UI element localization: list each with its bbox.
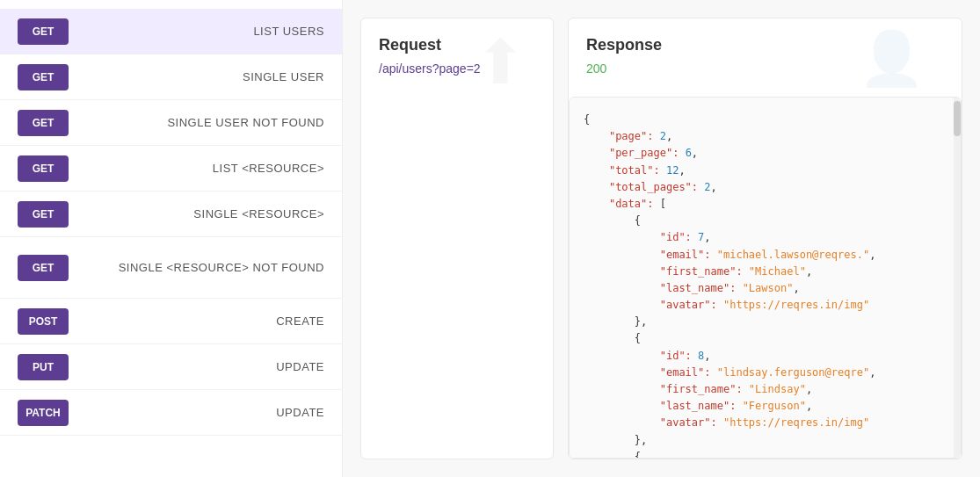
sidebar-label-single-resource-not-found: SINGLE <RESOURCE> NOT FOUND bbox=[83, 261, 324, 274]
method-badge-single-resource-not-found: GET bbox=[18, 255, 69, 281]
sidebar-label-create: CREATE bbox=[83, 314, 324, 328]
method-badge-single-resource: GET bbox=[18, 201, 69, 228]
method-badge-list-resource: GET bbox=[18, 155, 69, 182]
method-badge-create: POST bbox=[18, 308, 69, 335]
sidebar-item-list-resource[interactable]: GETLIST <RESOURCE> bbox=[0, 146, 342, 192]
sidebar-label-list-users: LIST USERS bbox=[83, 25, 324, 38]
method-badge-list-users: GET bbox=[18, 18, 69, 45]
sidebar-label-list-resource: LIST <RESOURCE> bbox=[83, 162, 324, 175]
sidebar-label-single-user-not-found: SINGLE USER NOT FOUND bbox=[83, 116, 324, 129]
sidebar-item-single-resource[interactable]: GETSINGLE <RESOURCE> bbox=[0, 192, 342, 237]
sidebar-label-update-put: UPDATE bbox=[83, 360, 324, 373]
response-icon-bg: 👤 bbox=[856, 23, 926, 93]
sidebar-label-single-resource: SINGLE <RESOURCE> bbox=[83, 207, 324, 220]
request-panel: ⬆ Request /api/users?page=2 bbox=[360, 18, 554, 459]
sidebar-item-update-patch[interactable]: PATCHUPDATE bbox=[0, 390, 342, 436]
sidebar-item-single-resource-not-found[interactable]: GETSINGLE <RESOURCE> NOT FOUND bbox=[0, 237, 342, 299]
sidebar-item-create[interactable]: POSTCREATE bbox=[0, 299, 342, 344]
method-badge-update-patch: PATCH bbox=[18, 400, 69, 426]
sidebar-label-update-patch: UPDATE bbox=[83, 406, 324, 419]
json-container: { "page": 2, "per_page": 6, "total": 12,… bbox=[569, 97, 962, 459]
method-badge-update-put: PUT bbox=[18, 354, 69, 380]
method-badge-single-user: GET bbox=[18, 64, 69, 90]
json-scroll[interactable]: { "page": 2, "per_page": 6, "total": 12,… bbox=[570, 98, 961, 458]
request-icon-bg: ⬆ bbox=[465, 27, 535, 98]
sidebar-item-single-user-not-found[interactable]: GETSINGLE USER NOT FOUND bbox=[0, 100, 342, 146]
main-content: ⬆ Request /api/users?page=2 👤 Response 2… bbox=[343, 0, 980, 477]
sidebar-label-single-user: SINGLE USER bbox=[83, 70, 324, 83]
sidebar-item-list-users[interactable]: GETLIST USERS bbox=[0, 9, 342, 54]
scrollbar-track[interactable] bbox=[954, 98, 961, 458]
method-badge-single-user-not-found: GET bbox=[18, 110, 69, 136]
scrollbar-thumb[interactable] bbox=[954, 101, 961, 136]
sidebar-item-single-user[interactable]: GETSINGLE USER bbox=[0, 54, 342, 100]
sidebar: GETLIST USERSGETSINGLE USERGETSINGLE USE… bbox=[0, 0, 343, 477]
sidebar-item-update-put[interactable]: PUTUPDATE bbox=[0, 344, 342, 390]
response-panel: 👤 Response 200 { "page": 2, "per_page": … bbox=[568, 18, 962, 459]
